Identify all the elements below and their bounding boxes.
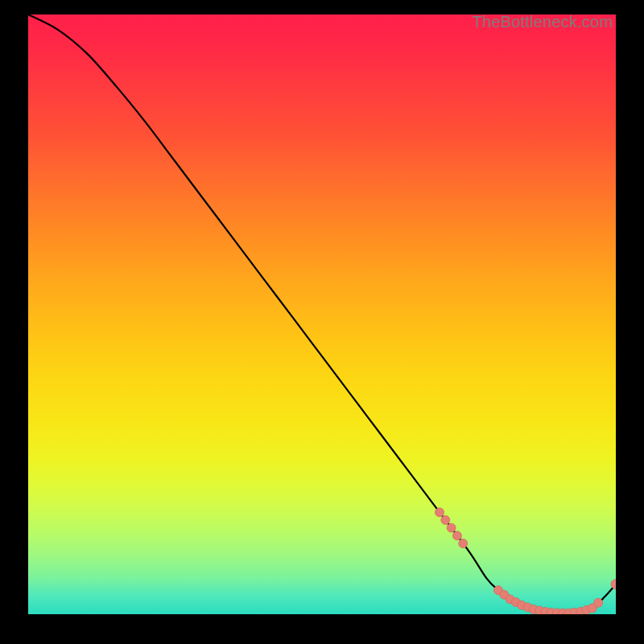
marker-group <box>436 508 617 614</box>
data-marker <box>594 598 603 607</box>
plot-area: TheBottleneck.com <box>28 14 616 614</box>
curve-path <box>28 14 616 613</box>
chart-canvas: TheBottleneck.com <box>0 0 644 644</box>
data-marker <box>459 539 468 548</box>
data-marker <box>441 516 450 525</box>
data-marker <box>447 523 456 532</box>
data-marker <box>436 508 444 517</box>
chart-svg <box>28 14 616 614</box>
data-marker <box>452 531 461 540</box>
